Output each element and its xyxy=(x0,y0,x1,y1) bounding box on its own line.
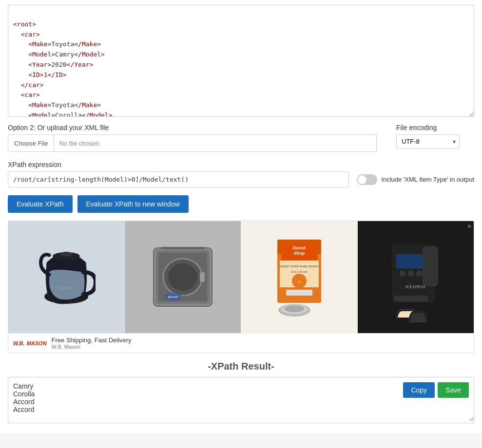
svg-point-31 xyxy=(400,271,405,276)
file-upload-row: Choose File No file chosen xyxy=(8,134,377,152)
ad-footer: W.B. Mason Free Shipping, Fast Delivery … xyxy=(8,333,474,353)
encoding-select[interactable]: UTF-8 UTF-16 ISO-8859-1 Windows-1252 xyxy=(396,134,460,149)
ad-banner: ✕ Capresso xyxy=(8,221,474,353)
evaluate-xpath-button[interactable]: Evaluate XPath xyxy=(8,195,73,213)
toggle-switch[interactable] xyxy=(357,174,377,185)
page-container: <root> <car> <Make>Toyota</Make> <Model>… xyxy=(0,0,482,433)
wbmason-brand: W.B. xyxy=(13,340,25,346)
xpath-input[interactable] xyxy=(8,171,349,187)
svg-rect-12 xyxy=(161,247,205,249)
svg-text:Capresso: Capresso xyxy=(58,286,75,290)
svg-text:BRAND: BRAND xyxy=(168,296,178,299)
svg-point-32 xyxy=(408,271,413,276)
svg-text:Donut: Donut xyxy=(293,245,306,250)
choose-file-button[interactable]: Choose File xyxy=(8,135,54,151)
donutshop-svg: Donut Shop DONUT SHOP DARK ROAST Dark & … xyxy=(268,232,331,322)
xpath-label: XPath expression xyxy=(8,161,474,168)
select-wrapper: UTF-8 UTF-16 ISO-8859-1 Windows-1252 xyxy=(396,134,460,149)
ad-image-donutshop: Donut Shop DONUT SHOP DARK ROAST Dark & … xyxy=(241,221,358,333)
svg-text:☺: ☺ xyxy=(297,280,301,284)
ad-close-button[interactable]: ✕ xyxy=(467,223,472,230)
toggle-label: Include 'XML Item Type' in output xyxy=(381,176,474,183)
svg-rect-9 xyxy=(200,272,205,282)
encoding-label: File encoding xyxy=(396,124,474,131)
svg-text:KEURIG: KEURIG xyxy=(405,284,425,289)
result-area-wrapper: Camry Corolla Accord Accord Copy Save xyxy=(8,377,474,423)
toggle-group: Include 'XML Item Type' in output xyxy=(357,174,474,185)
ad-company-text: W.B. Mason xyxy=(52,344,132,350)
svg-text:DONUT SHOP DARK ROAST: DONUT SHOP DARK ROAST xyxy=(280,265,319,268)
wbmason-brand2: Mason xyxy=(27,340,47,346)
xpath-row: Include 'XML Item Type' in output xyxy=(8,171,474,187)
encoding-group: File encoding UTF-8 UTF-16 ISO-8859-1 Wi… xyxy=(396,124,474,149)
option2-row: Option 2: Or upload your XML file Choose… xyxy=(8,124,474,152)
result-buttons: Copy Save xyxy=(403,382,469,398)
svg-rect-29 xyxy=(423,247,438,286)
ad-image-keurig: KEURIG xyxy=(358,221,474,333)
svg-point-33 xyxy=(417,271,422,276)
svg-rect-34 xyxy=(394,296,428,301)
ad-text-group: Free Shipping, Fast Delivery W.B. Mason xyxy=(52,336,132,350)
result-heading: -XPath Result- xyxy=(8,361,474,372)
ad-image-icemachine: BRAND xyxy=(125,221,241,333)
xml-editor[interactable]: <root> <car> <Make>Toyota</Make> <Model>… xyxy=(8,5,474,117)
evaluate-xpath-new-window-button[interactable]: Evaluate XPath to new window xyxy=(77,195,189,213)
no-file-label: No file chosen xyxy=(54,140,104,147)
icemachine-svg: BRAND xyxy=(146,238,219,316)
svg-rect-23 xyxy=(286,290,312,296)
svg-text:Dark & Smooth: Dark & Smooth xyxy=(291,270,308,273)
svg-point-2 xyxy=(60,252,72,257)
option2-left: Option 2: Or upload your XML file Choose… xyxy=(8,124,377,152)
svg-point-8 xyxy=(168,263,197,291)
kettle-svg: Capresso xyxy=(37,238,96,316)
option2-label: Option 2: Or upload your XML file xyxy=(8,124,377,131)
copy-button[interactable]: Copy xyxy=(403,382,435,398)
xpath-section: XPath expression Include 'XML Item Type'… xyxy=(8,161,474,187)
ad-shipping-text: Free Shipping, Fast Delivery xyxy=(52,336,132,344)
svg-point-26 xyxy=(285,305,304,312)
wbmason-logo: W.B. Mason xyxy=(13,340,47,346)
ad-images-row: Capresso BRAND xyxy=(8,221,474,333)
svg-rect-30 xyxy=(396,254,423,269)
save-button[interactable]: Save xyxy=(438,382,469,398)
svg-text:Shop: Shop xyxy=(294,251,305,256)
buttons-row: Evaluate XPath Evaluate XPath to new win… xyxy=(8,195,474,213)
ad-image-kettle: Capresso xyxy=(8,221,125,333)
keurig-svg: KEURIG xyxy=(379,232,452,322)
